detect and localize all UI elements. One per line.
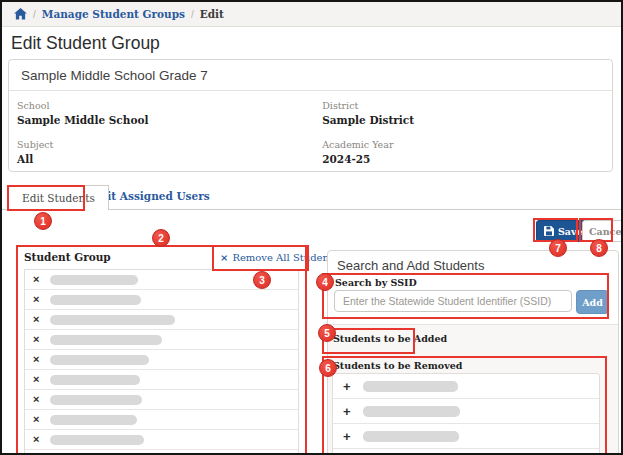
student-row: × xyxy=(25,450,298,455)
redacted-student-name xyxy=(50,415,137,425)
student-row: × xyxy=(25,350,298,370)
redacted-student-name xyxy=(50,295,141,305)
save-label: Save xyxy=(558,226,583,237)
field-school: School Sample Middle School xyxy=(17,100,322,126)
callout-badge-4: 4 xyxy=(316,273,334,291)
group-name-heading: Sample Middle School Grade 7 xyxy=(9,60,612,91)
search-by-ssid-label: Search by SSID xyxy=(335,277,417,288)
callout-badge-5: 5 xyxy=(318,324,336,342)
redacted-student-name xyxy=(50,395,142,405)
student-row: × xyxy=(25,410,298,430)
callout-badge-1: 1 xyxy=(34,212,52,230)
remove-student-icon[interactable]: × xyxy=(33,274,39,285)
student-row: × xyxy=(25,390,298,410)
student-row: × xyxy=(25,330,298,350)
group-info-card: Sample Middle School Grade 7 School Samp… xyxy=(8,59,613,172)
tab-edit-assigned-users[interactable]: Edit Assigned Users xyxy=(92,190,210,202)
remove-student-icon[interactable]: × xyxy=(33,434,39,445)
student-row: × xyxy=(25,370,298,390)
add-button[interactable]: Add xyxy=(576,290,609,314)
page-title: Edit Student Group xyxy=(11,33,160,54)
redacted-student-name xyxy=(50,275,138,285)
field-value: All xyxy=(17,153,322,165)
callout-badge-8: 8 xyxy=(590,239,608,257)
student-group-heading: Student Group xyxy=(24,251,111,263)
remove-student-icon[interactable]: × xyxy=(33,354,39,365)
edit-student-group-screen: / Manage Student Groups / Edit Edit Stud… xyxy=(0,0,623,455)
student-row: × xyxy=(25,310,298,330)
field-label: District xyxy=(322,100,604,111)
ssid-input[interactable] xyxy=(334,290,572,312)
student-row: × xyxy=(25,430,298,450)
student-row: + xyxy=(333,424,599,449)
redacted-student-name xyxy=(363,381,458,392)
field-value: Sample Middle School xyxy=(17,114,322,126)
field-academic-year: Academic Year 2024-25 xyxy=(322,139,604,165)
remove-student-icon[interactable]: × xyxy=(33,314,39,325)
callout-badge-7: 7 xyxy=(549,239,567,257)
cancel-button[interactable]: Cancel xyxy=(582,220,623,242)
breadcrumb-separator: / xyxy=(191,9,194,20)
remove-all-label: Remove All Students xyxy=(232,252,338,263)
field-subject: Subject All xyxy=(17,139,322,165)
callout-badge-3: 3 xyxy=(253,271,271,289)
remove-all-students-link[interactable]: × Remove All Students xyxy=(220,252,338,263)
redacted-student-name xyxy=(50,315,175,325)
student-row: + xyxy=(333,374,599,399)
breadcrumb-separator: / xyxy=(33,9,36,20)
redacted-student-name xyxy=(50,375,140,385)
student-group-list: ×××××××××× xyxy=(24,269,299,455)
redacted-student-name xyxy=(50,435,144,445)
field-district: District Sample District xyxy=(322,100,604,126)
add-back-student-icon[interactable]: + xyxy=(343,430,351,443)
redacted-student-name xyxy=(363,406,460,417)
field-label: School xyxy=(17,100,322,111)
tab-edit-students[interactable]: Edit Students xyxy=(8,185,109,210)
redacted-student-name xyxy=(50,335,162,345)
remove-student-icon[interactable]: × xyxy=(33,374,39,385)
remove-student-icon[interactable]: × xyxy=(33,414,39,425)
redacted-student-name xyxy=(363,431,459,442)
redacted-student-name xyxy=(50,355,149,365)
remove-student-icon[interactable]: × xyxy=(33,334,39,345)
breadcrumb: / Manage Student Groups / Edit xyxy=(2,2,621,27)
student-row: + xyxy=(333,399,599,424)
breadcrumb-link-manage-student-groups[interactable]: Manage Student Groups xyxy=(42,8,185,20)
add-back-student-icon[interactable]: + xyxy=(343,380,351,393)
field-label: Subject xyxy=(17,139,322,150)
remove-student-icon[interactable]: × xyxy=(33,294,39,305)
x-icon: × xyxy=(220,252,228,263)
remove-student-icon[interactable]: × xyxy=(33,394,39,405)
add-back-student-icon[interactable]: + xyxy=(343,405,351,418)
students-to-be-added-label: Students to be Added xyxy=(333,333,447,344)
breadcrumb-current: Edit xyxy=(200,8,224,20)
search-add-heading: Search and Add Students xyxy=(337,258,484,273)
group-info-grid: School Sample Middle School District Sam… xyxy=(9,91,612,165)
field-label: Academic Year xyxy=(322,139,604,150)
home-icon[interactable] xyxy=(14,8,27,20)
callout-badge-6: 6 xyxy=(319,359,337,377)
field-value: 2024-25 xyxy=(322,153,604,165)
students-to-be-removed-label: Students to be Removed xyxy=(333,360,462,371)
callout-badge-2: 2 xyxy=(152,229,170,247)
student-row: × xyxy=(25,290,298,310)
save-icon xyxy=(544,226,554,236)
student-row: + xyxy=(333,449,599,455)
students-to-be-removed-list: ++++ xyxy=(332,373,600,455)
field-value: Sample District xyxy=(322,114,604,126)
